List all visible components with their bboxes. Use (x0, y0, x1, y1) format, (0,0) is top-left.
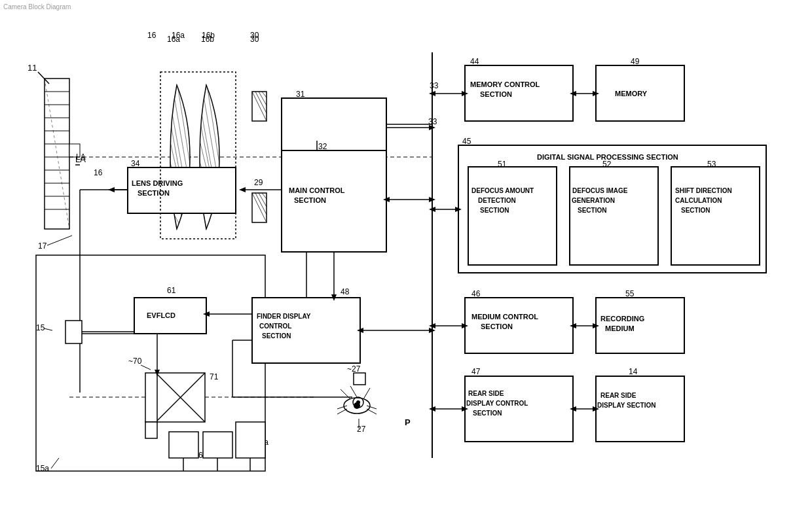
svg-text:SECTION: SECTION (480, 207, 509, 214)
svg-rect-211 (354, 373, 365, 385)
svg-text:52: 52 (602, 160, 612, 169)
svg-text:SECTION: SECTION (262, 332, 291, 340)
svg-rect-57 (570, 167, 658, 265)
svg-text:EVFLCD: EVFLCD (147, 311, 175, 319)
svg-text:DEFOCUS AMOUNT: DEFOCUS AMOUNT (471, 187, 534, 194)
svg-text:53: 53 (707, 160, 716, 169)
svg-text:MEMORY: MEMORY (615, 90, 648, 97)
svg-text:LA: LA (76, 152, 86, 162)
svg-text:16b: 16b (201, 35, 214, 44)
svg-text:34: 34 (131, 159, 140, 168)
diagram-title: Camera Block Diagram (3, 3, 71, 10)
svg-text:SECTION: SECTION (480, 90, 512, 98)
svg-point-207 (356, 400, 360, 404)
svg-text:33: 33 (428, 117, 437, 126)
svg-rect-143 (169, 432, 198, 458)
svg-text:P: P (405, 417, 411, 427)
svg-text:DEFOCUS IMAGE: DEFOCUS IMAGE (572, 187, 628, 194)
svg-text:71: 71 (210, 372, 219, 381)
svg-text:48: 48 (341, 287, 350, 296)
svg-rect-196 (282, 98, 386, 150)
svg-rect-213 (65, 321, 82, 343)
svg-text:27: 27 (357, 425, 366, 434)
svg-text:CONTROL: CONTROL (259, 323, 291, 330)
svg-text:45: 45 (462, 137, 471, 146)
svg-text:47: 47 (471, 367, 481, 376)
svg-text:REAR SIDE: REAR SIDE (600, 392, 637, 399)
svg-rect-142 (145, 422, 157, 438)
svg-text:SECTION: SECTION (481, 323, 513, 330)
svg-text:16: 16 (147, 31, 157, 40)
svg-text:44: 44 (470, 57, 479, 66)
svg-text:SECTION: SECTION (473, 410, 502, 417)
svg-rect-56 (468, 167, 557, 265)
svg-text:SECTION: SECTION (578, 207, 606, 214)
svg-rect-144 (203, 432, 232, 458)
svg-text:15: 15 (36, 323, 45, 332)
svg-text:29: 29 (254, 178, 263, 187)
svg-text:49: 49 (631, 57, 640, 66)
svg-text:14: 14 (629, 367, 638, 376)
svg-text:15a: 15a (36, 464, 49, 473)
svg-rect-62 (596, 376, 684, 442)
svg-text:CALCULATION: CALCULATION (675, 197, 722, 204)
svg-text:DISPLAY SECTION: DISPLAY SECTION (597, 402, 655, 409)
svg-text:MEDIUM: MEDIUM (605, 325, 635, 332)
svg-text:REAR SIDE: REAR SIDE (468, 390, 504, 397)
svg-text:~27: ~27 (347, 364, 361, 374)
svg-text:17: 17 (38, 241, 47, 251)
svg-rect-58 (671, 167, 760, 265)
svg-text:GENERATION: GENERATION (572, 197, 615, 204)
svg-text:51: 51 (498, 160, 507, 169)
svg-text:SHIFT DIRECTION: SHIFT DIRECTION (675, 187, 732, 194)
svg-text:~70: ~70 (128, 357, 142, 366)
svg-rect-145 (236, 422, 265, 458)
svg-rect-116 (145, 373, 157, 422)
svg-text:MEDIUM CONTROL: MEDIUM CONTROL (471, 313, 538, 321)
svg-text:11: 11 (28, 63, 37, 73)
svg-text:16: 16 (94, 168, 103, 177)
svg-text:DETECTION: DETECTION (478, 197, 516, 204)
svg-text:32: 32 (318, 142, 327, 151)
svg-rect-101 (252, 298, 360, 363)
svg-text:55: 55 (625, 289, 635, 298)
svg-text:61: 61 (167, 286, 176, 295)
svg-text:SECTION: SECTION (294, 196, 326, 204)
svg-text:SECTION: SECTION (138, 189, 170, 197)
svg-text:16a: 16a (167, 35, 180, 44)
svg-text:DISPLAY CONTROL: DISPLAY CONTROL (466, 400, 528, 407)
svg-text:MAIN CONTROL: MAIN CONTROL (289, 186, 345, 194)
svg-text:SECTION: SECTION (681, 207, 710, 214)
svg-rect-61 (465, 376, 573, 442)
svg-text:FINDER DISPLAY: FINDER DISPLAY (257, 313, 311, 320)
svg-text:RECORDING: RECORDING (600, 315, 644, 323)
svg-text:31: 31 (296, 90, 305, 99)
svg-text:LENS DRIVING: LENS DRIVING (132, 179, 183, 187)
svg-text:30: 30 (250, 35, 259, 44)
svg-text:MEMORY CONTROL: MEMORY CONTROL (470, 80, 540, 88)
svg-text:46: 46 (471, 289, 481, 298)
svg-text:33: 33 (430, 81, 439, 90)
